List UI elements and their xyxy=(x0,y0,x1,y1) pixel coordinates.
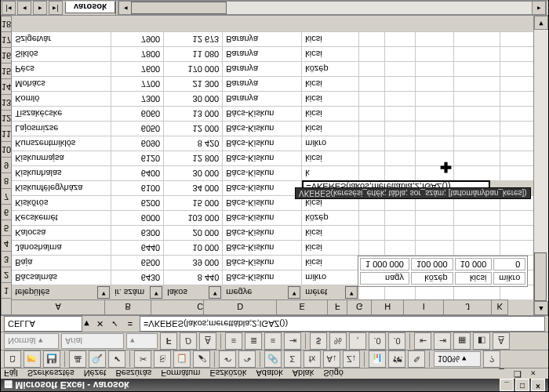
cell[interactable]: Komló xyxy=(12,91,111,106)
row-header-2[interactable]: 2 xyxy=(1,267,12,282)
cell[interactable] xyxy=(359,151,385,165)
cut-button[interactable]: ✂ xyxy=(134,350,151,368)
row-header-16[interactable]: 16 xyxy=(1,47,12,63)
cell[interactable]: Kalocsa xyxy=(12,225,111,240)
h-scrollbar-thumb[interactable] xyxy=(131,2,227,14)
cell[interactable]: Szigetvár xyxy=(12,31,111,46)
cell[interactable]: 12 673 xyxy=(164,31,223,46)
cell[interactable] xyxy=(500,121,533,136)
cell[interactable] xyxy=(500,136,533,151)
cell[interactable]: 6090 xyxy=(111,136,164,151)
enter-formula-button[interactable]: ✓ xyxy=(109,319,122,329)
cell[interactable] xyxy=(359,121,385,136)
zoom-select[interactable]: 100% ▾ xyxy=(434,351,481,367)
cell[interactable]: közép xyxy=(302,61,359,76)
cell[interactable]: közép xyxy=(302,210,359,225)
save-button[interactable]: 💾 xyxy=(43,350,60,368)
cell[interactable] xyxy=(454,225,500,240)
cell[interactable] xyxy=(416,225,454,240)
cell[interactable]: 6300 xyxy=(111,225,164,240)
cell[interactable] xyxy=(500,165,533,180)
cell[interactable] xyxy=(500,240,533,255)
open-button[interactable]: 📂 xyxy=(24,350,41,368)
cell[interactable]: Kiskunfélegyháza xyxy=(12,180,111,195)
cell[interactable]: 30 000 xyxy=(164,91,223,106)
menu-data[interactable]: Adatok xyxy=(256,369,282,379)
cell[interactable]: Kunszentmiklós xyxy=(12,136,111,151)
menu-tools[interactable]: Eszközök xyxy=(209,369,246,379)
cell[interactable] xyxy=(454,210,500,225)
redo-button[interactable]: ↷ xyxy=(238,350,256,368)
col-header-A[interactable]: A xyxy=(12,299,105,315)
scroll-down-button[interactable]: ▼ xyxy=(534,16,548,30)
cell[interactable]: Bács-Kiskun xyxy=(223,225,302,240)
cell[interactable]: 34 000 xyxy=(164,180,223,195)
col-header-I[interactable]: I xyxy=(404,299,444,315)
cell[interactable] xyxy=(385,61,416,76)
inc-decimal-button[interactable]: .0 xyxy=(369,332,386,350)
cell[interactable]: 6060 xyxy=(111,106,164,121)
row-header-18[interactable]: 18 xyxy=(1,16,12,31)
tab-first-button[interactable]: |◂ xyxy=(2,1,16,15)
row-header-11[interactable]: 11 xyxy=(1,125,12,141)
align-right-button[interactable]: ≡ xyxy=(264,332,282,350)
undo-button[interactable]: ↶ xyxy=(219,350,236,368)
cell[interactable]: Bács-Kiskun xyxy=(223,210,302,225)
cell[interactable] xyxy=(359,210,385,225)
cell[interactable]: Bács-Kiskun xyxy=(223,121,302,136)
cell[interactable] xyxy=(454,240,500,255)
cell[interactable]: Siklós xyxy=(12,46,111,61)
cell[interactable] xyxy=(359,240,385,255)
cell[interactable]: 12 000 xyxy=(164,121,223,136)
sort-asc-button[interactable]: A↓ xyxy=(323,350,340,368)
cell[interactable]: 7800 xyxy=(111,46,164,61)
cell[interactable]: 6100 xyxy=(111,180,164,195)
tab-prev-button[interactable]: ◂ xyxy=(17,1,31,15)
cell[interactable] xyxy=(500,151,533,165)
cell[interactable]: kicsi xyxy=(302,255,359,270)
row-header-7[interactable]: 7 xyxy=(1,188,12,204)
doc-minimize-button[interactable]: _ xyxy=(499,369,504,379)
cell[interactable]: 6500 xyxy=(111,255,164,270)
cell[interactable] xyxy=(454,31,500,46)
col-header-B[interactable]: B xyxy=(105,299,151,315)
equals-button[interactable]: = xyxy=(124,319,136,328)
col-header-D[interactable]: D xyxy=(204,299,277,315)
header-cell-A[interactable]: település▼ xyxy=(12,285,111,299)
row-header-4[interactable]: 4 xyxy=(1,235,12,251)
autosum-button[interactable]: Σ xyxy=(284,350,301,368)
cell[interactable]: 15 000 xyxy=(164,195,223,210)
help-button[interactable]: ? xyxy=(483,350,500,368)
size-select[interactable]: ▾ xyxy=(126,333,158,349)
cell[interactable] xyxy=(416,106,454,121)
cell[interactable]: Baja xyxy=(12,255,111,270)
cell[interactable]: mikro xyxy=(302,136,359,151)
cell[interactable] xyxy=(416,61,454,76)
cell[interactable] xyxy=(500,46,533,61)
cell[interactable]: 8 440 xyxy=(164,270,223,285)
row-header-8[interactable]: 8 xyxy=(1,172,12,188)
cell[interactable]: Baranya xyxy=(223,46,302,61)
style-select[interactable]: Normál ▾ xyxy=(4,333,59,349)
cell[interactable] xyxy=(500,31,533,46)
cell[interactable] xyxy=(500,76,533,91)
cell[interactable]: kicsi xyxy=(302,31,359,46)
cell[interactable] xyxy=(359,136,385,151)
cell[interactable]: mikro xyxy=(302,270,359,285)
row-header-14[interactable]: 14 xyxy=(1,78,12,94)
cell[interactable]: kicsi xyxy=(302,151,359,165)
v-scrollbar-thumb[interactable] xyxy=(534,252,547,301)
cell[interactable]: Pécs xyxy=(12,61,111,76)
cell[interactable] xyxy=(385,106,416,121)
cell[interactable] xyxy=(454,136,500,151)
spell-button[interactable]: ✔ xyxy=(108,350,125,368)
cell[interactable] xyxy=(454,151,500,165)
align-center-button[interactable]: ≣ xyxy=(245,332,262,350)
cell[interactable] xyxy=(416,31,454,46)
cell[interactable] xyxy=(416,46,454,61)
cell[interactable]: Baranya xyxy=(223,31,302,46)
cell[interactable]: 10 000 xyxy=(164,240,223,255)
cell[interactable]: 6000 xyxy=(111,210,164,225)
cell[interactable] xyxy=(385,151,416,165)
cell[interactable] xyxy=(454,76,500,91)
